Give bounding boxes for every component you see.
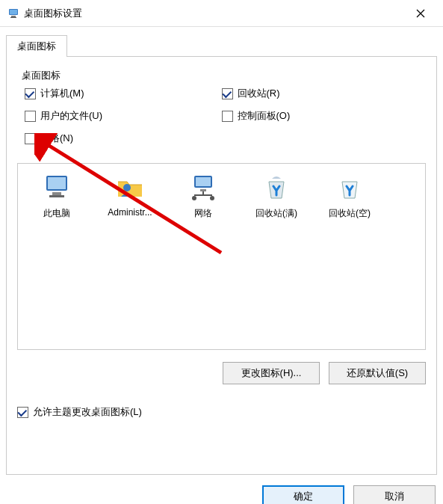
svg-rect-14: [200, 189, 206, 191]
icon-label: 回收站(空): [315, 207, 384, 220]
svg-rect-9: [52, 192, 61, 195]
svg-rect-3: [10, 17, 16, 18]
icon-item-network[interactable]: 网络: [169, 171, 238, 220]
group-label: 桌面图标: [19, 67, 63, 84]
checkbox-network[interactable]: 网络(N): [25, 132, 222, 145]
checkbox-user-files[interactable]: 用户的文件(U): [25, 109, 222, 123]
svg-rect-8: [48, 177, 66, 189]
recycle-empty-icon: [315, 171, 384, 204]
tab-desktop-icons[interactable]: 桌面图标: [6, 35, 67, 57]
desktop-icons-group: 桌面图标 计算机(M) 回收站(R) 用户的文件(U) 控制面板(O) 网络(N…: [17, 64, 426, 153]
svg-rect-1: [10, 10, 17, 14]
restore-default-button[interactable]: 还原默认值(S): [329, 362, 426, 384]
checkbox-box: [222, 88, 233, 99]
checkbox-box: [25, 88, 36, 99]
checkbox-recycle-bin[interactable]: 回收站(R): [222, 87, 419, 100]
checkbox-computer[interactable]: 计算机(M): [25, 87, 222, 100]
window-title: 桌面图标设置: [24, 7, 406, 20]
user-folder-icon: [96, 171, 164, 204]
close-button[interactable]: [406, 2, 436, 25]
change-icon-button[interactable]: 更改图标(H)...: [223, 362, 320, 384]
icon-label: 此电脑: [22, 207, 91, 220]
checkbox-box: [17, 407, 28, 418]
icon-preview-list[interactable]: 此电脑 Administr...: [17, 163, 426, 350]
dialog-footer: 确定 取消: [0, 475, 443, 504]
app-icon: [7, 7, 19, 19]
icon-item-recycle-empty[interactable]: 回收站(空): [315, 171, 384, 220]
checkbox-label: 回收站(R): [238, 87, 280, 100]
icon-item-administrator[interactable]: Administr...: [96, 171, 164, 220]
checkbox-control-panel[interactable]: 控制面板(O): [222, 109, 419, 123]
svg-rect-2: [11, 16, 16, 17]
icon-item-recycle-full[interactable]: 回收站(满): [242, 171, 311, 220]
checkbox-box: [25, 111, 36, 122]
this-pc-icon: [22, 171, 91, 204]
checkbox-box: [222, 111, 233, 122]
checkbox-label: 网络(N): [40, 132, 73, 145]
recycle-full-icon: [242, 171, 311, 204]
svg-point-11: [123, 184, 131, 191]
icon-label: Administr...: [96, 207, 164, 218]
cancel-button[interactable]: 取消: [353, 485, 436, 504]
icon-label: 回收站(满): [242, 207, 311, 220]
svg-rect-13: [196, 177, 211, 186]
checkbox-label: 计算机(M): [40, 87, 84, 100]
checkbox-box: [25, 133, 36, 144]
checkbox-label: 允许主题更改桌面图标(L): [33, 405, 142, 419]
icon-label: 网络: [169, 207, 238, 220]
ok-button[interactable]: 确定: [262, 485, 344, 504]
checkbox-label: 用户的文件(U): [40, 109, 102, 123]
checkbox-allow-theme[interactable]: 允许主题更改桌面图标(L): [17, 405, 426, 419]
network-icon: [169, 171, 238, 204]
titlebar: 桌面图标设置: [0, 0, 443, 27]
svg-point-18: [210, 196, 214, 200]
icon-item-this-pc[interactable]: 此电脑: [22, 171, 91, 220]
svg-point-17: [192, 196, 196, 200]
checkbox-label: 控制面板(O): [238, 109, 291, 123]
tab-panel: 桌面图标 计算机(M) 回收站(R) 用户的文件(U) 控制面板(O) 网络(N…: [6, 56, 437, 475]
svg-rect-10: [49, 195, 64, 197]
tab-strip: 桌面图标: [6, 34, 437, 56]
